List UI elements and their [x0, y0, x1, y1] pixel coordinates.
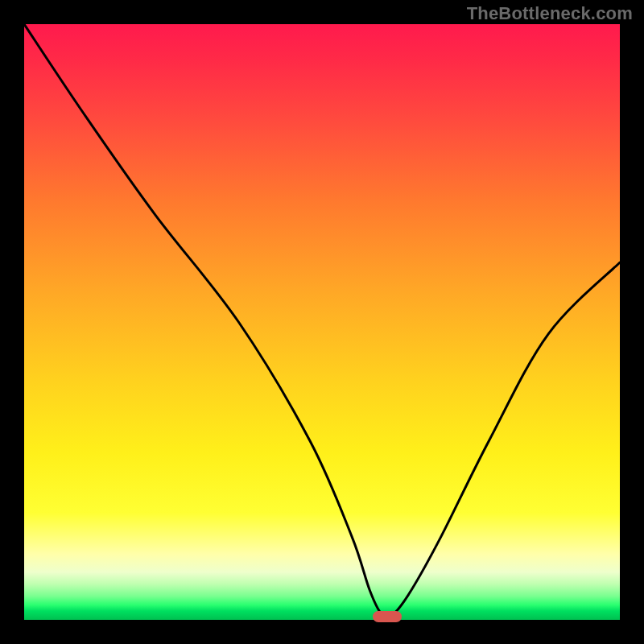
chart-frame: TheBottleneck.com — [0, 0, 644, 644]
watermark-text: TheBottleneck.com — [467, 3, 633, 24]
plot-area — [24, 24, 620, 620]
curve-path — [24, 24, 620, 617]
bottleneck-curve — [24, 24, 620, 620]
optimal-point-marker — [373, 611, 402, 622]
